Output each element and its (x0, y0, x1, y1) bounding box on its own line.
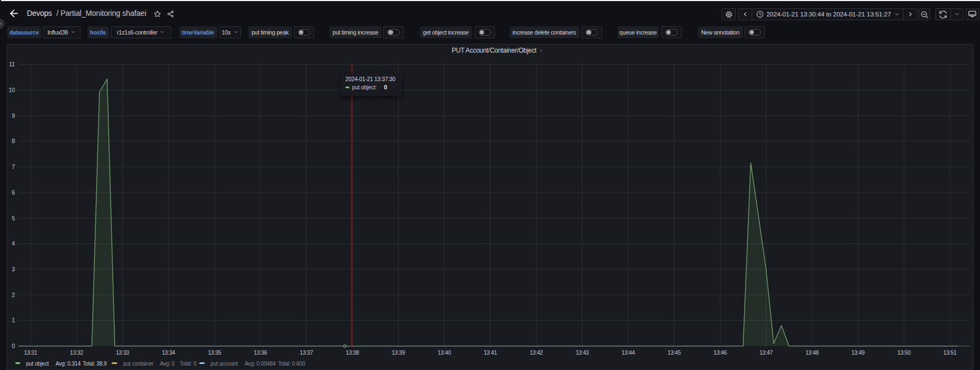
svg-text:2: 2 (12, 292, 15, 298)
svg-text:13:33: 13:33 (116, 350, 130, 356)
svg-text:13:34: 13:34 (162, 350, 176, 356)
svg-text:13:31: 13:31 (24, 350, 38, 356)
svg-text:13:41: 13:41 (484, 350, 498, 356)
svg-text:5: 5 (12, 215, 15, 221)
svg-text:9: 9 (12, 112, 15, 119)
svg-text:0: 0 (12, 343, 15, 349)
svg-text:13:39: 13:39 (392, 350, 406, 356)
svg-text:7: 7 (12, 163, 15, 170)
svg-text:13:46: 13:46 (713, 350, 727, 356)
svg-text:8: 8 (12, 138, 15, 144)
svg-text:11: 11 (9, 61, 15, 67)
svg-text:6: 6 (12, 189, 15, 196)
svg-text:13:44: 13:44 (621, 350, 635, 356)
svg-text:13:45: 13:45 (667, 350, 681, 356)
svg-text:13:37: 13:37 (300, 350, 314, 356)
svg-text:13:42: 13:42 (529, 350, 543, 356)
svg-text:13:32: 13:32 (70, 350, 84, 356)
svg-text:13:35: 13:35 (208, 350, 222, 356)
svg-text:13:43: 13:43 (575, 350, 589, 356)
svg-text:13:36: 13:36 (254, 350, 268, 356)
svg-text:13:38: 13:38 (346, 350, 360, 356)
svg-text:13:48: 13:48 (805, 350, 819, 356)
svg-text:13:40: 13:40 (438, 350, 452, 356)
svg-text:13:47: 13:47 (759, 350, 773, 356)
svg-text:13:50: 13:50 (897, 350, 911, 356)
svg-text:13:51: 13:51 (943, 350, 957, 356)
svg-text:1: 1 (12, 317, 15, 323)
svg-text:13:49: 13:49 (851, 350, 865, 356)
svg-text:10: 10 (9, 87, 15, 93)
svg-text:3: 3 (12, 266, 15, 272)
svg-text:4: 4 (12, 240, 15, 247)
